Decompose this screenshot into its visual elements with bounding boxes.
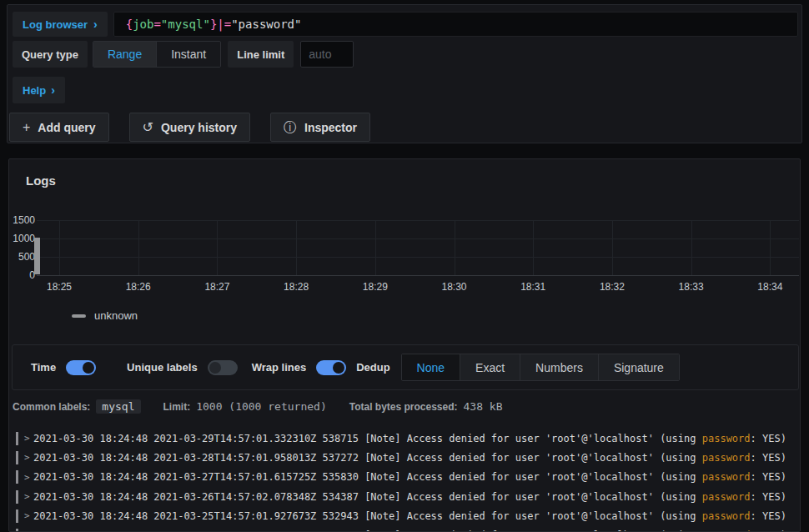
log-timestamp: 2021-03-30 18:24:48 (33, 433, 148, 444)
expand-chevron-icon[interactable]: > (24, 452, 32, 463)
chart-gridline-v (533, 220, 534, 275)
history-icon: ↺ (143, 121, 153, 134)
inspector-button[interactable]: ⓘ Inspector (270, 113, 370, 142)
chart-gridline-v (296, 220, 297, 275)
legend-series-label[interactable]: unknown (94, 309, 138, 322)
query-token: "password" (231, 18, 301, 31)
log-row[interactable]: > 2021-03-30 18:24:482021-03-26T14:57:02… (9, 487, 800, 506)
x-axis-tick-label: 18:27 (197, 281, 237, 293)
chart-gridline-v (59, 220, 60, 275)
query-history-button[interactable]: ↺ Query history (129, 113, 250, 142)
common-labels-value: mysql (96, 399, 140, 414)
toggle-knob (209, 362, 221, 374)
query-token: { (126, 18, 133, 31)
explore-actions-row: + Add query ↺ Query history ⓘ Inspector (9, 113, 370, 142)
log-line: 2021-03-30 18:24:482021-03-29T14:57:01.3… (33, 433, 786, 444)
line-limit-input[interactable] (300, 41, 354, 68)
chart-gridline-v (691, 220, 692, 275)
add-query-button[interactable]: + Add query (9, 113, 109, 142)
query-history-label: Query history (161, 121, 237, 134)
log-line: 2021-03-30 18:24:482021-03-26T14:57:02.0… (33, 491, 786, 503)
query-options-row: Query type RangeInstant Line limit (13, 41, 354, 68)
log-row[interactable]: > 2021-03-30 18:24:482021-03-27T14:57:01… (9, 468, 800, 487)
help-row: Help › (13, 77, 65, 103)
log-message: 2021-03-28T14:57:01.958013Z 537272 [Note… (153, 452, 701, 464)
dedup-option[interactable]: None (402, 354, 460, 380)
dedup-option[interactable]: Exact (460, 354, 520, 380)
chevron-right-icon: › (93, 18, 98, 30)
dedup-option[interactable]: Numbers (520, 354, 598, 380)
log-timestamp: 2021-03-30 18:24:48 (33, 510, 148, 522)
log-message-tail: : YES) (751, 471, 786, 483)
log-level-bar (16, 509, 18, 523)
common-labels-label: Common labels: (13, 401, 90, 413)
query-input[interactable]: {job="mysql"}|="password" (113, 12, 798, 37)
log-level-bar (16, 451, 18, 464)
log-message: 2021-03-27T14:57:01.615725Z 535830 [Note… (153, 471, 701, 483)
logs-panel: Logs 05001000150018:2518:2618:2718:2818:… (8, 158, 801, 532)
chart-gridline-h (37, 220, 799, 221)
x-axis-tick-label: 18:29 (355, 281, 395, 293)
log-level-bar (16, 529, 18, 532)
y-axis-tick-label: 1500 (8, 214, 35, 226)
expand-chevron-icon[interactable]: > (24, 433, 32, 444)
log-row[interactable]: > 2021-03-30 18:24:482021-03-28T14:57:01… (9, 448, 800, 467)
chevron-right-icon: › (51, 84, 55, 96)
log-message: 2021-03-26T14:57:02.078348Z 534387 [Note… (153, 491, 701, 503)
log-timestamp: 2021-03-30 18:24:48 (33, 452, 148, 464)
query-type-group: RangeInstant (93, 41, 221, 68)
chart-gridline-h (37, 257, 799, 258)
plus-icon: + (23, 121, 30, 134)
query-type-option[interactable]: Range (93, 42, 156, 67)
time-toggle[interactable] (66, 360, 96, 375)
expand-chevron-icon[interactable]: > (24, 510, 32, 521)
log-match-highlight: password (702, 510, 751, 522)
chart-gridline-v (770, 220, 771, 275)
query-type-label: Query type (13, 41, 88, 68)
chart-plot[interactable]: 05001000150018:2518:2618:2718:2818:2918:… (37, 220, 799, 275)
unique-labels-toggle-label: Unique labels (127, 361, 198, 374)
log-match-highlight: password (702, 452, 751, 464)
log-row[interactable]: > 2021-03-30 18:24:482021-03-29T14:57:01… (9, 429, 800, 448)
log-message: 2021-03-25T14:57:01.927673Z 532943 [Note… (153, 510, 701, 522)
log-browser-button[interactable]: Log browser › (13, 12, 108, 37)
unique-labels-toggle[interactable] (208, 360, 238, 375)
expand-chevron-icon[interactable]: > (24, 472, 32, 483)
log-options-box: Time Unique labels Wrap lines Dedup None… (12, 344, 799, 390)
x-axis-tick-label: 18:34 (750, 281, 790, 293)
query-type-option[interactable]: Instant (156, 42, 220, 67)
x-axis-tick-label: 18:28 (276, 281, 316, 293)
wrap-lines-toggle[interactable] (316, 360, 346, 375)
log-rows: > 2021-03-30 18:24:482021-03-29T14:57:01… (9, 429, 800, 532)
chart-gridline-v (375, 220, 376, 275)
expand-chevron-icon[interactable]: > (24, 491, 32, 502)
x-axis-tick-label: 18:30 (435, 281, 475, 293)
x-axis-tick-label: 18:26 (118, 281, 158, 293)
limit-label: Limit: (163, 401, 191, 413)
query-token: job (133, 18, 153, 31)
log-row[interactable]: > 2021-03-30 18:24:482021-03-25T14:57:01… (9, 506, 800, 525)
dedup-option[interactable]: Signature (598, 354, 679, 380)
log-message-tail: : YES) (751, 433, 786, 444)
bytes-processed-value: 438 kB (464, 400, 503, 413)
query-token: |= (217, 18, 231, 31)
toggle-knob (83, 362, 94, 374)
add-query-label: Add query (38, 121, 95, 134)
log-level-bar (16, 490, 18, 504)
log-match-highlight: password (702, 491, 751, 503)
chart-legend: unknown (72, 309, 138, 322)
log-timestamp: 2021-03-30 18:24:48 (33, 471, 148, 483)
x-axis-tick-label: 18:33 (671, 281, 711, 293)
time-toggle-label: Time (31, 361, 56, 374)
query-editor-panel: Log browser › {job="mysql"}|="password" … (7, 4, 802, 143)
histogram-bar[interactable] (34, 238, 40, 274)
log-row[interactable]: > 2021-03-30 18:24:482021-03-24T14:57:01… (9, 525, 800, 532)
inspector-label: Inspector (304, 121, 357, 134)
info-icon: ⓘ (284, 121, 297, 134)
query-token: "mysql" (161, 18, 210, 31)
query-token: = (153, 18, 160, 31)
help-button[interactable]: Help › (13, 77, 65, 103)
log-line: 2021-03-30 18:24:482021-03-28T14:57:01.9… (33, 452, 786, 464)
chart-gridline-v (217, 220, 218, 275)
toggle-knob (333, 362, 344, 374)
